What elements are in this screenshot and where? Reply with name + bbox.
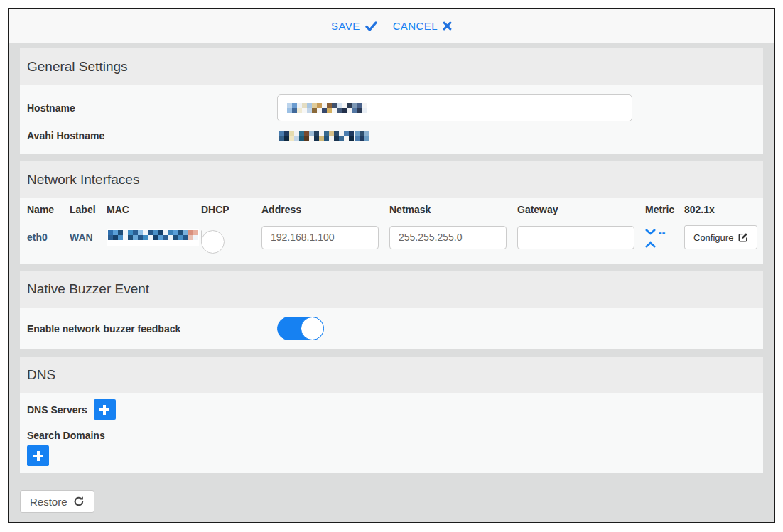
network-interfaces-body: Name Label MAC DHCP Address Netmask Gate… <box>20 198 763 264</box>
8021x-cell: Configure <box>684 225 757 249</box>
save-button[interactable]: SAVE <box>331 20 377 32</box>
interface-row-eth0: eth0 WAN <box>27 225 756 249</box>
col-mac: MAC <box>107 204 201 215</box>
hostname-row: Hostname <box>27 94 756 121</box>
metric-value: -- <box>659 227 665 237</box>
col-metric: Metric <box>645 204 684 215</box>
restore-label: Restore <box>30 496 68 508</box>
toggle-knob <box>201 230 225 254</box>
gateway-input[interactable] <box>517 226 634 249</box>
dhcp-cell <box>201 231 261 244</box>
address-input[interactable] <box>261 226 379 249</box>
general-settings-body: Hostname Avahi Hostname <box>20 85 763 154</box>
plus-icon <box>33 451 43 461</box>
add-search-domain-button[interactable] <box>27 445 49 466</box>
dns-body: DNS Servers Search Domains <box>20 393 763 473</box>
general-settings-title: General Settings <box>20 48 763 85</box>
checkmark-icon <box>365 21 377 31</box>
interfaces-column-headers: Name Label MAC DHCP Address Netmask Gate… <box>27 204 756 215</box>
configure-8021x-button[interactable]: Configure <box>684 225 757 249</box>
avahi-hostname-row: Avahi Hostname <box>27 130 756 141</box>
add-dns-server-button[interactable] <box>94 399 116 420</box>
native-buzzer-body: Enable network buzzer feedback <box>20 308 763 349</box>
interface-name: eth0 <box>27 232 70 243</box>
cancel-label: CANCEL <box>393 20 438 32</box>
buzzer-row: Enable network buzzer feedback <box>27 317 756 340</box>
netmask-cell <box>389 226 517 249</box>
chevron-up-icon[interactable] <box>645 241 656 248</box>
redacted-mac-value <box>108 230 198 240</box>
section-dns: DNS DNS Servers Search Domains <box>20 357 763 473</box>
netmask-input[interactable] <box>389 226 507 249</box>
restore-button[interactable]: Restore <box>20 490 94 513</box>
address-cell <box>261 226 389 249</box>
cross-icon <box>443 21 452 31</box>
settings-content: General Settings Hostname Avahi Hostname… <box>9 43 774 482</box>
hostname-input[interactable] <box>277 94 632 121</box>
gateway-cell <box>517 226 645 249</box>
interface-label: WAN <box>70 232 107 243</box>
col-address: Address <box>261 204 389 215</box>
save-label: SAVE <box>331 20 360 32</box>
col-name: Name <box>27 204 70 215</box>
cancel-button[interactable]: CANCEL <box>393 20 452 32</box>
footer-bar: Restore <box>9 482 774 522</box>
native-buzzer-title: Native Buzzer Event <box>20 271 763 308</box>
col-gateway: Gateway <box>517 204 645 215</box>
section-general-settings: General Settings Hostname Avahi Hostname <box>20 48 763 154</box>
refresh-icon <box>73 496 85 507</box>
action-bar: SAVE CANCEL <box>9 9 774 43</box>
buzzer-feedback-label: Enable network buzzer feedback <box>27 323 277 335</box>
redacted-avahi-hostname-value <box>279 131 369 141</box>
pencil-square-icon <box>738 232 748 242</box>
chevron-down-icon[interactable] <box>645 229 656 235</box>
col-dhcp: DHCP <box>201 204 261 215</box>
dns-servers-label: DNS Servers <box>27 404 87 416</box>
section-network-interfaces: Network Interfaces Name Label MAC DHCP A… <box>20 161 763 264</box>
redacted-hostname-value <box>287 103 367 113</box>
col-netmask: Netmask <box>389 204 517 215</box>
configure-label: Configure <box>693 232 733 243</box>
search-domains-label: Search Domains <box>27 430 756 441</box>
toggle-knob <box>301 317 324 340</box>
plus-icon <box>99 405 109 415</box>
avahi-hostname-label: Avahi Hostname <box>27 130 277 141</box>
dhcp-toggle[interactable] <box>201 230 202 244</box>
col-label: Label <box>70 204 107 215</box>
section-native-buzzer: Native Buzzer Event Enable network buzze… <box>20 271 763 349</box>
hostname-label: Hostname <box>27 102 277 114</box>
dns-title: DNS <box>20 357 763 393</box>
interface-mac <box>107 229 201 246</box>
settings-panel: SAVE CANCEL General Settings Hostname <box>8 8 775 523</box>
network-interfaces-title: Network Interfaces <box>20 161 763 198</box>
col-8021x: 802.1x <box>684 204 756 215</box>
metric-cell: -- <box>645 227 684 248</box>
dns-servers-row: DNS Servers <box>27 399 756 420</box>
buzzer-feedback-toggle[interactable] <box>277 317 324 340</box>
